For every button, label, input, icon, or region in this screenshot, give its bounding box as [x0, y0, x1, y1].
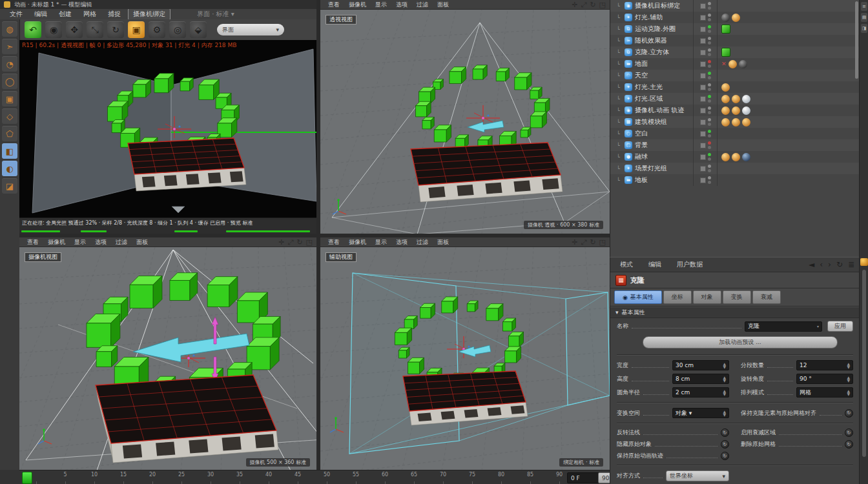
visibility-dot-editor[interactable]: [708, 14, 711, 17]
timeline-frame-label[interactable]: 65: [411, 472, 417, 478]
visibility-dot-render[interactable]: [708, 76, 711, 79]
visibility-dots-cell[interactable]: [693, 81, 718, 93]
viewport-aux[interactable]: 查看摄像机显示选项过滤面板✛⤢↻◳ 辅助视图 绑定相机 · 标准: [320, 237, 610, 470]
render-settings-icon[interactable]: ⚙: [149, 21, 165, 38]
viewport-menu-item-0[interactable]: 查看: [23, 238, 43, 247]
object-row[interactable]: └⧉运动克隆.外圈: [610, 23, 860, 35]
tag-material-icon[interactable]: [732, 153, 740, 161]
tag-material-icon[interactable]: [739, 60, 747, 68]
object-row[interactable]: └◉摄像机目标绑定: [610, 0, 860, 12]
keyframe-circle-icon[interactable]: ↻: [845, 409, 853, 418]
visibility-dot-render[interactable]: [708, 53, 711, 56]
menu-item-boxed[interactable]: 摄像机绑定: [128, 9, 170, 20]
visibility-dot-editor[interactable]: [708, 118, 711, 121]
object-row[interactable]: └○空白: [610, 128, 860, 139]
object-row[interactable]: └◠天空: [610, 70, 860, 81]
tag-green-cube-icon[interactable]: [721, 48, 730, 57]
object-tab-icon[interactable]: ▤: [861, 13, 867, 22]
zoom-icon[interactable]: ⤢: [288, 238, 294, 247]
visibility-dots-cell[interactable]: [693, 46, 718, 58]
viewport-camera[interactable]: 查看摄像机显示选项过滤面板✛⤢↻◳ 摄像机视图 摄像机 500 × 360 标准: [19, 237, 316, 470]
layer-color-chip[interactable]: [700, 131, 706, 137]
refresh-icon[interactable]: ↻: [836, 260, 843, 269]
visibility-dot-render[interactable]: [708, 65, 711, 68]
viewport-menu-item-4[interactable]: 过滤: [413, 238, 432, 247]
timeline-frame-label[interactable]: 30: [207, 472, 214, 478]
visibility-dot-render[interactable]: [708, 6, 711, 10]
visibility-dots-cell[interactable]: [693, 93, 718, 105]
spinner-icon[interactable]: ▲▼: [723, 389, 726, 396]
timeline-frame-label[interactable]: 50: [324, 472, 330, 478]
am-menu-1[interactable]: 编辑: [644, 259, 666, 270]
zoom-icon[interactable]: ⤢: [581, 1, 587, 9]
object-name[interactable]: 克隆.立方体: [635, 48, 669, 57]
visibility-dot-editor[interactable]: [708, 60, 711, 63]
visibility-dots-cell[interactable]: [693, 116, 718, 128]
object-name[interactable]: 场景灯光组: [635, 164, 667, 173]
object-row[interactable]: └▦建筑模块组: [610, 116, 860, 128]
visibility-dot-render[interactable]: [708, 169, 711, 172]
zoom-icon[interactable]: ⤢: [581, 238, 587, 247]
visibility-dot-editor[interactable]: [708, 83, 711, 86]
visibility-dot-render[interactable]: [708, 157, 711, 161]
object-row[interactable]: └✦灯光.辅助: [610, 12, 860, 23]
visibility-dots[interactable]: [708, 165, 711, 172]
viewport-menu-item-0[interactable]: 查看: [324, 238, 344, 247]
timeline-frame-label[interactable]: 10: [91, 472, 98, 478]
object-name[interactable]: 灯光.主光: [635, 83, 663, 92]
visibility-dots[interactable]: [708, 48, 711, 56]
timeline-frame-label[interactable]: 60: [382, 472, 388, 478]
object-row[interactable]: └✦灯光.主光: [610, 81, 860, 93]
attribute-tab-1[interactable]: 坐标: [663, 290, 692, 304]
visibility-dots-cell[interactable]: [693, 139, 718, 151]
timeline-frame-label[interactable]: 90: [556, 472, 563, 478]
edges-mode-icon[interactable]: ◇: [2, 108, 17, 124]
field-input[interactable]: 对象 ▾▲▼: [672, 408, 729, 418]
visibility-dots-cell[interactable]: [693, 70, 718, 81]
object-row[interactable]: └▢背景: [610, 139, 860, 151]
view-label[interactable]: 摄像机视图: [25, 252, 61, 262]
visibility-dots[interactable]: [708, 60, 711, 68]
render-scene-canvas[interactable]: [19, 40, 316, 234]
attribute-tab-0[interactable]: ◉基本属性: [614, 290, 662, 304]
visibility-dots-cell[interactable]: [693, 0, 718, 12]
timeline-frame-label[interactable]: 20: [149, 472, 156, 478]
object-name[interactable]: 摄像机目标绑定: [635, 1, 680, 10]
layer-tab-icon[interactable]: ≡: [861, 2, 867, 11]
object-row[interactable]: └✦场景灯光组: [610, 163, 860, 174]
object-row[interactable]: └≈随机效果器: [610, 35, 860, 46]
object-row[interactable]: └◉摄像机.动画 轨迹: [610, 105, 860, 116]
spinner-icon[interactable]: ▲▼: [847, 362, 850, 368]
visibility-dot-editor[interactable]: [708, 72, 711, 75]
object-name[interactable]: 天空: [635, 71, 648, 80]
keyframe-circle-icon[interactable]: ↻: [845, 440, 853, 449]
undo-icon[interactable]: ↶: [25, 21, 41, 38]
field-input[interactable]: 网格▲▼: [796, 387, 853, 398]
layer-color-chip[interactable]: [700, 3, 706, 9]
layer-color-chip[interactable]: [700, 85, 706, 90]
field-dropdown[interactable]: 世界坐标▾: [666, 470, 729, 481]
timeline-frame-label[interactable]: 80: [498, 472, 504, 478]
viewport-menu-item-1[interactable]: 摄像机: [345, 238, 370, 247]
panel-divider[interactable]: [316, 0, 320, 484]
list-icon[interactable]: ≣: [848, 260, 854, 269]
tag-material-icon[interactable]: [732, 106, 740, 115]
content-tab-icon[interactable]: ◨: [861, 24, 867, 33]
layer-color-chip[interactable]: [700, 96, 706, 102]
visibility-dots[interactable]: [708, 176, 711, 184]
viewport-menu-item-0[interactable]: 查看: [324, 1, 344, 9]
visibility-dots-cell[interactable]: [693, 151, 718, 163]
visibility-dots-cell[interactable]: [693, 58, 718, 70]
scale-tool-icon[interactable]: ⤡: [87, 21, 103, 38]
visibility-dots[interactable]: [708, 25, 711, 33]
field-input[interactable]: 12▲▼: [796, 360, 853, 370]
tag-material-icon[interactable]: [721, 153, 730, 161]
maximize-icon[interactable]: ◳: [599, 238, 606, 247]
viewport-menu-item-2[interactable]: 显示: [70, 238, 90, 247]
visibility-dot-editor[interactable]: [708, 165, 711, 168]
visibility-dot-editor[interactable]: [708, 176, 711, 179]
rotate-tool-icon[interactable]: ↻: [107, 21, 124, 38]
visibility-dot-render[interactable]: [708, 88, 711, 91]
menu-item-4[interactable]: 捕捉: [103, 9, 125, 19]
layer-color-chip[interactable]: [700, 73, 706, 79]
